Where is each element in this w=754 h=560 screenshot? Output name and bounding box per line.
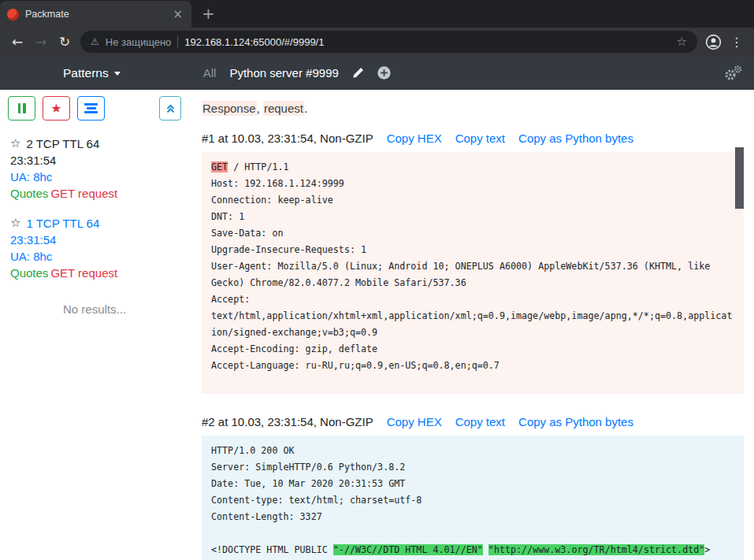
- packet-line: [211, 525, 734, 542]
- browser-tab[interactable]: Packmate ×: [0, 1, 191, 28]
- stream-item[interactable]: ☆2 TCP TTL 6423:31:54UA: 8hcQuotesGET re…: [8, 135, 181, 202]
- packet-line: Accept-Encoding: gzip, deflate: [211, 341, 734, 358]
- reload-button[interactable]: ↻: [53, 30, 76, 54]
- caret-down-icon: [114, 72, 121, 76]
- forward-button[interactable]: →: [29, 30, 53, 54]
- browser-window: Packmate × + ← → ↻ ⚠ Не защищено 192.168…: [0, 0, 754, 560]
- packet-line: User-Agent: Mozilla/5.0 (Linux; Android …: [211, 258, 734, 291]
- pattern-chips: Response, request.: [202, 102, 744, 115]
- copy-action-link[interactable]: Copy as Python bytes: [518, 415, 633, 428]
- new-tab-button[interactable]: +: [202, 6, 215, 21]
- copy-action-link[interactable]: Copy as Python bytes: [518, 132, 633, 145]
- list-view-button[interactable]: [77, 96, 105, 121]
- tab-service[interactable]: Python server #9999: [229, 66, 338, 80]
- packet-line: Host: 192.168.1.124:9999: [211, 176, 734, 192]
- favorites-filter-button[interactable]: ★: [43, 96, 70, 121]
- packet-body: GET / HTTP/1.1Host: 192.168.1.124:9999Co…: [202, 152, 744, 394]
- stream-time: 23:31:54: [10, 152, 181, 169]
- stream-ua: UA: 8hc: [10, 169, 181, 185]
- stream-ua: UA: 8hc: [10, 248, 181, 265]
- packet-list: #1 at 10.03, 23:31:54, Non-GZIPCopy HEXC…: [202, 132, 744, 560]
- favorite-star-icon[interactable]: ☆: [10, 135, 20, 152]
- stream-list: ☆2 TCP TTL 6423:31:54UA: 8hcQuotesGET re…: [8, 135, 181, 281]
- tab-close-icon[interactable]: ×: [171, 7, 184, 22]
- list-icon: [84, 111, 98, 113]
- url-text[interactable]: 192.168.1.124:65000/#/9999/1: [184, 36, 670, 48]
- double-chevron-up-icon: [165, 102, 176, 114]
- tab-title: Packmate: [25, 9, 165, 20]
- pause-icon: [23, 103, 26, 113]
- packet-meta: #1 at 10.03, 23:31:54, Non-GZIP: [202, 132, 373, 145]
- no-results-text: No results...: [8, 302, 181, 316]
- collapse-sidebar-button[interactable]: [159, 96, 181, 121]
- packmate-favicon-icon: [7, 9, 19, 20]
- stream-tag: Quotes: [10, 266, 48, 280]
- packet-line: Accept-Language: ru-RU,ru;q=0.9,en-US;q=…: [211, 358, 734, 374]
- stream-sidebar: ★ ☆2 TCP TTL 6423:31:54UA: 8hcQuotesGET …: [0, 90, 189, 560]
- packet-line: Connection: keep-alive: [211, 192, 734, 209]
- browser-tab-strip: Packmate × +: [0, 0, 754, 28]
- pattern-match-highlight: "http://www.w3.org/TR/html4/strict.dtd": [488, 544, 704, 555]
- packet-line: Content-Length: 3327: [211, 509, 734, 525]
- packet-line: Save-Data: on: [211, 225, 734, 242]
- packet-line: <!DOCTYPE HTML PUBLIC "-//W3C//DTD HTML …: [211, 542, 734, 558]
- stream-title: 2 TCP TTL 64: [26, 135, 99, 152]
- back-button[interactable]: ←: [6, 30, 29, 54]
- packet-line: Content-type: text/html; charset=utf-8: [211, 492, 734, 509]
- browser-menu-icon[interactable]: ⋮: [725, 30, 748, 54]
- packet-line: DNT: 1: [211, 209, 734, 225]
- settings-gears-icon[interactable]: [723, 65, 742, 80]
- pattern-chip: Response: [202, 101, 257, 116]
- stream-tags: QuotesGET request: [10, 185, 181, 202]
- stream-tag: GET request: [50, 187, 117, 200]
- packet-header: #1 at 10.03, 23:31:54, Non-GZIPCopy HEXC…: [202, 132, 744, 145]
- packet-view: Response, request. #1 at 10.03, 23:31:54…: [189, 90, 754, 560]
- stream-tag: Quotes: [10, 187, 48, 200]
- packet-line: HTTP/1.0 200 OK: [211, 443, 734, 459]
- copy-action-link[interactable]: Copy HEX: [387, 132, 442, 145]
- tab-all[interactable]: All: [203, 66, 217, 80]
- pattern-match-highlight: "-//W3C//DTD HTML 4.01//EN": [333, 544, 483, 555]
- app-navbar: Patterns All Python server #9999: [0, 56, 754, 90]
- copy-action-link[interactable]: Copy text: [455, 132, 505, 145]
- packet-line: Upgrade-Insecure-Requests: 1: [211, 242, 734, 258]
- packet: #1 at 10.03, 23:31:54, Non-GZIPCopy HEXC…: [202, 132, 744, 394]
- stream-tag: GET request: [50, 266, 117, 280]
- patterns-label: Patterns: [63, 66, 109, 80]
- profile-avatar-icon[interactable]: [701, 30, 725, 54]
- edit-service-pencil-icon[interactable]: [352, 67, 364, 79]
- list-icon: [84, 103, 98, 106]
- stream-time: 23:31:54: [10, 232, 181, 248]
- address-bar[interactable]: ⚠ Не защищено 192.168.1.124:65000/#/9999…: [80, 31, 697, 53]
- browser-toolbar: ← → ↻ ⚠ Не защищено 192.168.1.124:65000/…: [0, 28, 754, 56]
- omnibox-divider: [177, 36, 178, 47]
- pattern-chip: request: [263, 101, 304, 116]
- scrollbar-thumb[interactable]: [735, 147, 744, 209]
- packet-header: #2 at 10.03, 23:31:54, Non-GZIPCopy HEXC…: [202, 415, 744, 428]
- packet-line: Server: SimpleHTTP/0.6 Python/3.8.2: [211, 459, 734, 476]
- list-icon: [87, 107, 96, 109]
- add-service-plus-icon[interactable]: [377, 66, 391, 80]
- pause-capture-button[interactable]: [8, 96, 35, 121]
- packet-meta: #2 at 10.03, 23:31:54, Non-GZIP: [202, 415, 373, 428]
- content-area: ★ ☆2 TCP TTL 6423:31:54UA: 8hcQuotesGET …: [0, 90, 754, 560]
- bookmark-star-icon[interactable]: ☆: [677, 35, 687, 49]
- copy-action-link[interactable]: Copy HEX: [387, 415, 442, 428]
- packet-body: HTTP/1.0 200 OKServer: SimpleHTTP/0.6 Py…: [202, 436, 744, 560]
- stream-tags: QuotesGET request: [10, 265, 181, 281]
- security-label[interactable]: Не защищено: [106, 36, 172, 48]
- pattern-match-highlight: GET: [211, 161, 228, 172]
- favorite-star-icon[interactable]: ☆: [10, 215, 20, 232]
- sidebar-toolbar: ★: [8, 96, 181, 121]
- service-tabs: All Python server #9999: [203, 66, 391, 80]
- stream-title: 1 TCP TTL 64: [26, 215, 99, 232]
- stream-item[interactable]: ☆1 TCP TTL 6423:31:54UA: 8hcQuotesGET re…: [8, 215, 181, 281]
- packet-line: Accept: text/html,application/xhtml+xml,…: [211, 291, 734, 341]
- packet: #2 at 10.03, 23:31:54, Non-GZIPCopy HEXC…: [202, 415, 744, 560]
- packet-line: Date: Tue, 10 Mar 2020 20:31:53 GMT: [211, 476, 734, 492]
- patterns-dropdown[interactable]: Patterns: [63, 66, 121, 80]
- copy-action-link[interactable]: Copy text: [455, 415, 505, 428]
- packet-line: GET / HTTP/1.1: [211, 159, 734, 176]
- not-secure-warning-icon: ⚠: [91, 36, 99, 47]
- pause-icon: [18, 103, 21, 113]
